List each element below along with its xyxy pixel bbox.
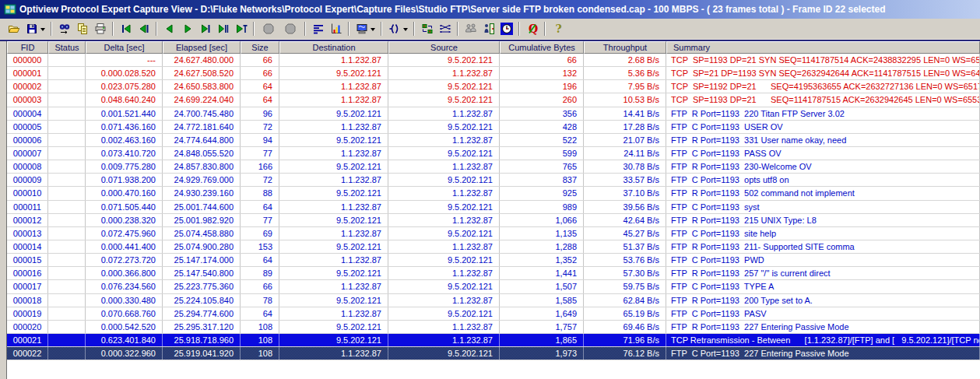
table-row[interactable]: 0000060.002.463.16024.774.644.800949.5.2…	[7, 134, 980, 147]
timestamp-button[interactable]	[497, 20, 515, 37]
column-header-status[interactable]: Status	[48, 41, 86, 54]
table-row[interactable]: 0000220.000.322.96025.919.041.9201081.1.…	[7, 347, 980, 360]
save-dropdown-caret[interactable]	[40, 28, 45, 33]
cell-size: 89	[241, 267, 279, 279]
cell-fid: 000019	[7, 307, 48, 320]
filter-dropdown-caret[interactable]	[403, 28, 408, 33]
cell-cumulative_bytes: 1,973	[500, 347, 584, 360]
table-row[interactable]: 0000110.071.505.44025.001.744.600641.1.2…	[7, 201, 980, 214]
table-row[interactable]: 0000030.048.640.24024.699.224.040641.1.2…	[7, 93, 980, 107]
cell-size: 64	[241, 307, 279, 320]
cell-cumulative_bytes: 1,066	[500, 214, 584, 226]
cell-summary: FTP R Port=1193 230-Welcome OV	[666, 160, 980, 173]
capture-view-dropdown-caret[interactable]	[371, 28, 375, 33]
column-header-fid[interactable]: FID	[7, 41, 48, 54]
column-header-throughput[interactable]: Throughput	[584, 41, 666, 54]
cell-throughput: 37.10 B/s	[584, 187, 666, 199]
red-q-slash-icon: Q	[526, 23, 539, 35]
swap-stations-button[interactable]	[418, 20, 436, 37]
table-row[interactable]: 0000150.072.273.72025.147.174.000641.1.2…	[7, 254, 980, 267]
table-row[interactable]: 0000120.000.238.32025.001.982.920779.5.2…	[7, 214, 980, 227]
cell-size: 108	[241, 347, 279, 360]
cell-size: 64	[241, 254, 279, 266]
column-header-delta[interactable]: Delta [sec]	[86, 41, 163, 54]
column-header-destination[interactable]: Destination	[279, 41, 388, 54]
table-row[interactable]: 0000040.001.521.44024.700.745.480969.5.2…	[7, 107, 980, 121]
cell-source: 1.1.232.87	[388, 134, 500, 146]
cell-status	[48, 254, 86, 266]
help-button[interactable]: ?	[549, 20, 567, 37]
cell-size: 64	[241, 80, 279, 93]
cell-size: 108	[241, 321, 279, 333]
print-button[interactable]	[91, 20, 109, 37]
prev-frame-button[interactable]	[160, 20, 178, 37]
table-row[interactable]: 0000170.076.234.56025.223.775.360661.1.2…	[7, 280, 980, 293]
cell-delta: 0.070.668.760	[86, 307, 163, 320]
column-header-elapsed[interactable]: Elapsed [sec]	[163, 41, 241, 54]
goto-first-frame-button[interactable]	[117, 20, 135, 37]
cell-source: 9.5.202.121	[388, 121, 500, 133]
cell-size: 69	[241, 227, 279, 240]
table-row[interactable]: 0000130.072.475.96025.074.458.880691.1.2…	[7, 227, 980, 240]
cell-status	[48, 334, 86, 346]
stop-button[interactable]	[258, 20, 279, 37]
cell-source: 1.1.232.87	[388, 267, 500, 279]
cell-size: 94	[241, 134, 279, 146]
table-row[interactable]: 0000090.071.938.20024.929.769.000721.1.2…	[7, 174, 980, 187]
capture-filter-button[interactable]	[385, 20, 410, 37]
table-row[interactable]: 0000210.623.401.84025.918.718.9601089.5.…	[7, 334, 980, 347]
cell-summary: TCP Retransmission - Between [1.1.232.87…	[666, 334, 980, 346]
open-button[interactable]	[5, 20, 23, 37]
table-row[interactable]: 0000100.000.470.16024.930.239.160889.5.2…	[7, 187, 980, 200]
table-row[interactable]: 0000140.000.441.40025.074.900.2801539.5.…	[7, 240, 980, 254]
sequence-map-button[interactable]	[436, 20, 454, 37]
cell-fid: 000008	[7, 160, 48, 173]
save-button[interactable]	[23, 20, 47, 37]
table-row[interactable]: 0000180.000.330.48025.224.105.840789.5.2…	[7, 294, 980, 307]
find-button[interactable]	[55, 20, 73, 37]
cell-fid: 000016	[7, 267, 48, 279]
cell-throughput: 59.75 B/s	[584, 280, 666, 293]
table-row[interactable]: 0000080.009.775.28024.857.830.8001669.5.…	[7, 160, 980, 174]
cell-source: 9.5.202.121	[388, 201, 500, 213]
cell-delta: 0.076.234.560	[86, 280, 163, 293]
table-row[interactable]: 0000020.023.075.28024.650.583.800641.1.2…	[7, 80, 980, 93]
cell-destination: 1.1.232.87	[279, 307, 388, 320]
table-row[interactable]: 000000---24.627.480.000661.1.232.879.5.2…	[7, 54, 980, 67]
experts-button[interactable]	[462, 20, 479, 37]
cell-status	[48, 347, 86, 360]
stop-all-button[interactable]	[279, 20, 301, 37]
qos-button[interactable]: Q	[523, 20, 541, 37]
next-frame-button[interactable]	[178, 20, 196, 37]
capture-view-button[interactable]	[353, 20, 378, 37]
goto-prev-marked-button[interactable]	[135, 20, 153, 37]
copy-button[interactable]	[73, 20, 91, 37]
goto-last-frame-button[interactable]	[214, 20, 232, 37]
table-row[interactable]: 0000070.073.410.72024.848.055.520771.1.2…	[7, 147, 980, 160]
title-bar[interactable]: Optiview Protocol Expert Capture View - …	[0, 0, 980, 19]
cell-size: 78	[241, 294, 279, 307]
column-header-size[interactable]: Size	[241, 41, 279, 54]
table-row[interactable]: 0000200.000.542.52025.295.317.1201089.5.…	[7, 321, 980, 334]
cell-destination: 1.1.232.87	[279, 280, 388, 293]
cell-elapsed: 25.224.105.840	[163, 294, 241, 307]
summary-view-button[interactable]	[309, 20, 327, 37]
cell-source: 9.5.202.121	[388, 93, 500, 106]
column-header-cumulative_bytes[interactable]: Cumulative Bytes	[500, 41, 584, 54]
table-row[interactable]: 0000160.000.366.80025.147.540.800899.5.2…	[7, 267, 980, 280]
table-row[interactable]: 0000010.000.028.52024.627.508.520669.5.2…	[7, 67, 980, 80]
binoculars-icon	[58, 23, 71, 35]
table-row[interactable]: 0000190.070.668.76025.294.774.600641.1.2…	[7, 307, 980, 321]
column-header-source[interactable]: Source	[388, 41, 500, 54]
table-row[interactable]: 0000050.071.436.16024.772.181.640721.1.2…	[7, 121, 980, 134]
cell-fid: 000002	[7, 80, 48, 93]
goto-next-marked-button[interactable]	[196, 20, 214, 37]
cell-throughput: 39.56 B/s	[584, 201, 666, 213]
column-header-summary[interactable]: Summary	[666, 41, 980, 54]
next-frame-icon	[181, 23, 194, 35]
statistics-button[interactable]	[327, 20, 345, 37]
cell-cumulative_bytes: 1,135	[500, 227, 584, 240]
logout-capture-button[interactable]	[479, 20, 497, 37]
cell-cumulative_bytes: 132	[500, 67, 584, 79]
goto-trigger-button[interactable]	[232, 20, 250, 37]
